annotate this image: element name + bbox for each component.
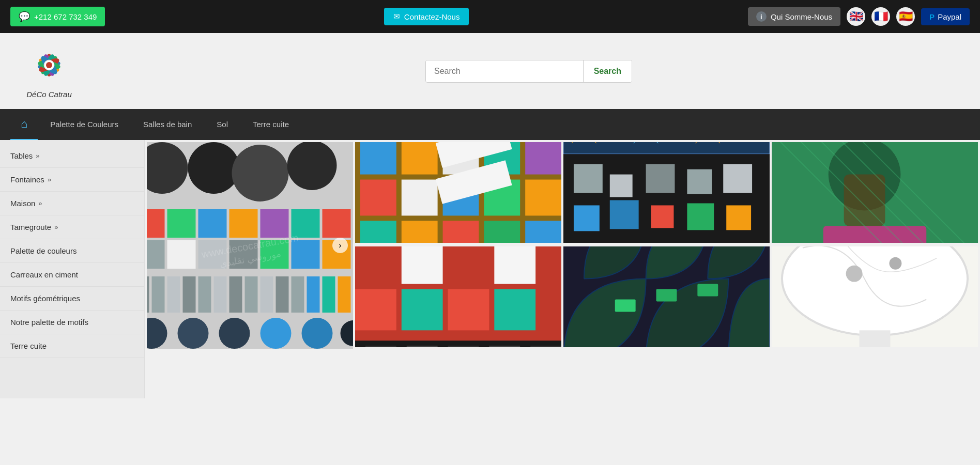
sidebar-item-terre-cuite[interactable]: Terre cuite: [0, 334, 144, 358]
header: DéCo Catrau Search: [0, 33, 980, 109]
svg-rect-85: [687, 169, 712, 194]
svg-rect-91: [726, 205, 751, 230]
sidebar-item-tamegroute[interactable]: Tamegroute »: [0, 215, 144, 239]
marble-table-image[interactable]: [772, 246, 978, 347]
svg-rect-63: [360, 180, 396, 216]
svg-rect-64: [402, 180, 438, 216]
info-button[interactable]: i Qui Somme-Nous: [748, 7, 840, 26]
svg-rect-82: [574, 164, 603, 193]
flag-english-button[interactable]: 🇬🇧: [847, 7, 865, 26]
svg-rect-71: [484, 221, 520, 243]
nav-item-terre-label: Terre cuite: [253, 120, 289, 129]
svg-point-140: [846, 266, 863, 282]
email-icon: ✉: [393, 12, 400, 21]
sidebar-item-notre-palette[interactable]: Notre palette de motifs: [0, 311, 144, 334]
nav-item-terre[interactable]: Terre cuite: [240, 109, 301, 140]
sidebar-item-tamegroute-label: Tamegroute: [10, 223, 51, 231]
svg-rect-72: [525, 221, 561, 243]
moroccan-pattern-image[interactable]: [563, 142, 770, 243]
whatsapp-number: +212 672 732 349: [34, 12, 97, 21]
color-tiles-image[interactable]: [355, 142, 561, 243]
dark-mosaic-svg: [563, 246, 770, 347]
svg-rect-24: [167, 240, 196, 269]
contact-label: Contactez-Nous: [404, 12, 460, 21]
svg-rect-127: [407, 346, 438, 347]
nav-item-sol-label: Sol: [217, 120, 228, 129]
sidebar-item-palette-couleurs[interactable]: Palette de couleurs: [0, 239, 144, 263]
svg-rect-129: [489, 346, 520, 347]
svg-rect-18: [198, 209, 227, 238]
chevron-right-icon: »: [36, 152, 39, 160]
svg-rect-30: [147, 276, 149, 313]
svg-rect-62: [525, 142, 561, 175]
sidebar-item-terre-cuite-label: Terre cuite: [10, 342, 47, 350]
svg-point-48: [302, 318, 333, 349]
red-tiles-image[interactable]: [355, 246, 561, 347]
image-grid: www.decocatrau.com موروسي تقليدي ›: [145, 140, 980, 351]
top-bar-center: ✉ Contactez-Nous: [115, 8, 738, 25]
svg-rect-31: [152, 276, 165, 313]
svg-rect-83: [610, 175, 633, 197]
svg-rect-33: [183, 276, 196, 313]
whatsapp-icon: 💬: [19, 11, 30, 22]
search-button[interactable]: Search: [583, 60, 632, 82]
sidebar: Tables » Fontaines » Maison » Tamegroute…: [0, 140, 145, 398]
main-content: Tables » Fontaines » Maison » Tamegroute…: [0, 140, 980, 398]
nav-item-sol[interactable]: Sol: [204, 109, 240, 140]
svg-rect-23: [147, 240, 165, 269]
chevron-right-icon: »: [54, 223, 58, 231]
sidebar-item-maison[interactable]: Maison »: [0, 192, 144, 215]
green-floor-image[interactable]: [772, 142, 978, 243]
svg-point-141: [889, 257, 901, 270]
info-icon: i: [756, 11, 767, 22]
svg-rect-120: [494, 246, 535, 284]
sidebar-item-carreaux-label: Carreaux en ciment: [10, 270, 78, 279]
svg-rect-133: [615, 299, 636, 312]
red-tiles-svg: [355, 246, 561, 347]
sidebar-item-notre-palette-label: Notre palette de motifs: [10, 318, 88, 327]
qui-somme-label: Qui Somme-Nous: [771, 12, 832, 21]
svg-rect-22: [323, 209, 351, 238]
svg-rect-77: [563, 142, 770, 154]
sidebar-item-motifs[interactable]: Motifs géométriques: [0, 287, 144, 311]
tile-mosaic-svg: www.decocatrau.com موروسي تقليدي: [147, 142, 353, 349]
svg-rect-19: [229, 209, 258, 238]
paypal-icon: P: [929, 12, 935, 21]
svg-rect-119: [448, 246, 489, 284]
svg-rect-130: [530, 346, 561, 347]
nav-item-palette-label: Palette de Couleurs: [50, 120, 118, 129]
svg-rect-89: [651, 205, 674, 228]
flag-french-button[interactable]: 🇫🇷: [871, 7, 890, 26]
svg-rect-40: [292, 276, 304, 313]
svg-rect-117: [355, 246, 396, 284]
carousel-next-button[interactable]: ›: [332, 238, 348, 253]
svg-rect-16: [147, 209, 165, 238]
flag-spanish-button[interactable]: 🇪🇸: [896, 7, 915, 26]
marble-table-svg: [772, 246, 978, 347]
whatsapp-button[interactable]: 💬 +212 672 732 349: [10, 7, 105, 26]
dark-mosaic-image[interactable]: [563, 246, 770, 347]
contact-button[interactable]: ✉ Contactez-Nous: [384, 8, 469, 25]
paypal-button[interactable]: P Paypal: [921, 8, 970, 25]
sidebar-item-carreaux[interactable]: Carreaux en ciment: [0, 263, 144, 287]
svg-rect-90: [687, 203, 714, 230]
svg-point-47: [261, 318, 292, 349]
search-input[interactable]: [426, 60, 583, 82]
svg-point-10: [46, 62, 52, 68]
sidebar-item-fontaines[interactable]: Fontaines »: [0, 168, 144, 192]
nav-item-palette[interactable]: Palette de Couleurs: [38, 109, 131, 140]
svg-rect-126: [365, 346, 396, 347]
svg-rect-42: [323, 276, 335, 313]
main-tile-image[interactable]: www.decocatrau.com موروسي تقليدي ›: [147, 142, 353, 349]
svg-rect-34: [198, 276, 211, 313]
nav-home-button[interactable]: ⌂: [10, 109, 38, 140]
chevron-right-icon: »: [48, 176, 51, 183]
nav-item-salles[interactable]: Salles de bain: [131, 109, 204, 140]
nav-bar: ⌂ Palette de Couleurs Salles de bain Sol…: [0, 109, 980, 140]
svg-rect-59: [402, 142, 438, 175]
top-bar-left: 💬 +212 672 732 349: [10, 7, 105, 26]
sidebar-item-tables[interactable]: Tables »: [0, 144, 144, 168]
content-grid: www.decocatrau.com موروسي تقليدي ›: [145, 140, 980, 398]
svg-point-14: [232, 145, 289, 202]
svg-rect-134: [697, 284, 718, 297]
